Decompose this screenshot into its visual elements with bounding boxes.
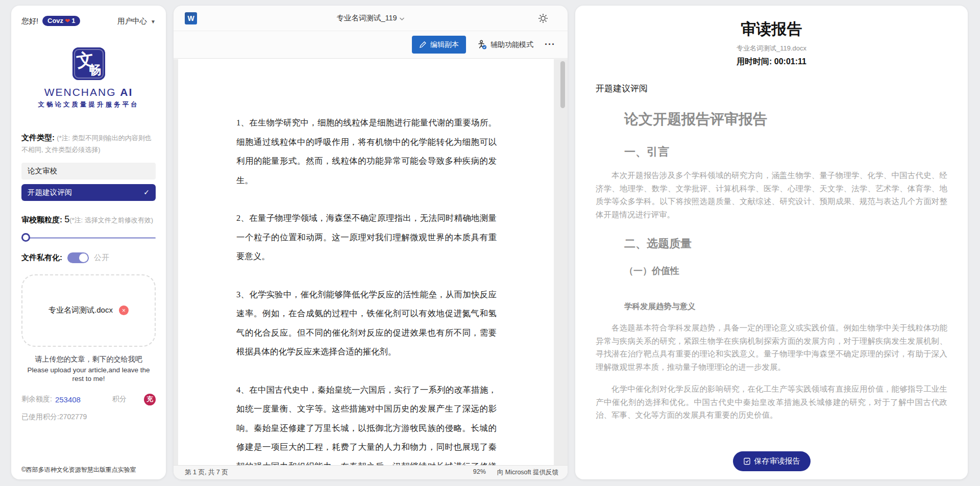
more-options-button[interactable]: ···	[545, 39, 555, 50]
copyright-footer: ©西部多语种文化资源智慧出版重点实验室	[21, 466, 136, 474]
file-type-option-label: 开题建议评阅	[28, 188, 72, 197]
file-dropzone[interactable]: 专业名词测试.docx ×	[21, 274, 156, 347]
document-paragraph: 1、在生物学研究中，细胞的线粒体是细胞进行能量代谢的重要场所。细胞通过线粒体中的…	[236, 113, 497, 190]
greeting-text: 您好!	[21, 16, 38, 26]
report-elapsed-time: 用时时间: 00:01:11	[575, 57, 968, 67]
used-points: 已使用积分:2702779	[21, 413, 156, 422]
privacy-state: 公开	[94, 253, 109, 263]
slider-track[interactable]	[21, 237, 156, 239]
file-type-option-label: 论文审校	[28, 166, 57, 176]
feedback-link[interactable]: 向 Microsoft 提供反馈	[497, 468, 558, 477]
save-icon	[743, 457, 751, 465]
zoom-level[interactable]: 92%	[473, 468, 486, 477]
document-paragraph: 4、在中国古代史中，秦始皇统一六国后，实行了一系列的改革措施，如统一度量衡、文字…	[236, 380, 497, 466]
points-label: 积分	[112, 395, 127, 404]
slider-thumb[interactable]	[21, 233, 30, 242]
brand-name-ai: AI	[120, 86, 133, 98]
report-heading: 学科发展趋势与意义	[624, 301, 947, 312]
brand-name: WENCHANG AI	[21, 86, 156, 98]
accessibility-icon	[477, 40, 487, 49]
accessibility-mode-button[interactable]: 辅助功能模式	[477, 40, 533, 49]
edit-copy-button[interactable]: 编辑副本	[412, 36, 466, 54]
username: Covz	[47, 17, 63, 24]
chevron-down-icon: ▼	[151, 19, 156, 24]
report-heading: 一、引言	[624, 144, 947, 160]
report-section-tab: 开题建议评阅	[596, 83, 968, 94]
report-title: 审读报告	[575, 19, 968, 40]
edit-copy-label: 编辑副本	[430, 40, 459, 49]
close-icon: ×	[122, 307, 126, 314]
report-body[interactable]: 论文开题报告评审报告一、引言本次开题报告涉及多个学科领域的研究方向，涵盖生物学、…	[596, 101, 947, 442]
viewer-statusbar: 第 1 页, 共 7 页 92% 向 Microsoft 提供反馈	[174, 465, 568, 479]
sidebar-panel: 您好! Covz ❤ 1 用户中心 ▼ 文 畅 WENCHANG AI 文畅论文…	[11, 6, 166, 479]
seal-char-bottom: 畅	[89, 62, 102, 78]
toggle-knob	[79, 253, 88, 262]
granularity-note: (*注: 选择文件之前修改有效)	[69, 216, 153, 224]
vertical-scrollbar[interactable]	[560, 61, 565, 108]
report-paragraph: 化学中催化剂对化学反应的影响研究，在化工生产等实践领域有直接应用价值，能够指导工…	[596, 382, 947, 422]
report-heading: （一）价值性	[624, 265, 947, 277]
file-type-option[interactable]: 开题建议评阅✓	[21, 184, 156, 201]
quota-label: 剩余额度:	[21, 395, 52, 404]
upload-hint-cn: 请上传您的文章，剩下的交给我吧	[21, 355, 156, 364]
file-type-label: 文件类型:	[21, 133, 55, 142]
remove-file-button[interactable]: ×	[119, 305, 129, 315]
pencil-icon	[419, 41, 427, 48]
user-center-label: 用户中心	[117, 17, 147, 25]
brand-seal-icon: 文 畅	[72, 47, 105, 80]
brand-logo: 文 畅 WENCHANG AI 文畅论文质量提升服务平台	[21, 47, 156, 109]
sidebar-header: 您好! Covz ❤ 1 用户中心 ▼	[21, 16, 156, 26]
document-title[interactable]: 专业名词测试_119	[174, 13, 568, 23]
report-paragraph: 各选题基本符合学科发展趋势，具备一定的理论意义或实践价值。例如生物学中关于线粒体…	[596, 321, 947, 373]
granularity-value: 5	[64, 214, 69, 224]
document-paragraph: 3、化学实验中，催化剂能够降低化学反应的活性能垒，从而加快反应速率。例如，在合成…	[236, 285, 497, 362]
heart-icon: ❤	[65, 17, 70, 24]
report-paragraph: 本次开题报告涉及多个学科领域的研究方向，涵盖生物学、量子物理学、化学、中国古代史…	[596, 169, 947, 221]
granularity-label: 审校颗粒度:	[21, 215, 62, 224]
accessibility-mode-label: 辅助功能模式	[491, 40, 533, 49]
chevron-down-icon	[399, 17, 405, 21]
document-title-text: 专业名词测试_119	[336, 14, 397, 22]
privacy-toggle[interactable]	[67, 252, 89, 263]
upload-hint-en: Please upload your article,and leave the…	[21, 366, 156, 383]
quota-row: 剩余额度: 253408 积分 充	[21, 394, 156, 405]
heart-count: 1	[71, 17, 75, 24]
file-type-section: 文件类型: (*注: 类型不同则输出的内容则也不相同, 文件类型必须选择)	[21, 132, 156, 156]
viewer-toolbar: 编辑副本 辅助功能模式 ···	[174, 31, 568, 59]
file-type-option[interactable]: 论文审校	[21, 163, 156, 180]
user-center-menu[interactable]: 用户中心 ▼	[117, 16, 156, 26]
file-type-tabs: 论文审校开题建议评阅✓	[21, 163, 156, 201]
brand-subtitle: 文畅论文质量提升服务平台	[21, 100, 156, 109]
recharge-button[interactable]: 充	[144, 394, 156, 405]
quota-value: 253408	[55, 395, 81, 404]
granularity-section: 审校颗粒度: 5(*注: 选择文件之前修改有效)	[21, 214, 156, 225]
document-viewer-panel: W 专业名词测试_119 编辑副本	[174, 6, 568, 479]
document-page[interactable]: 1、在生物学研究中，细胞的线粒体是细胞进行能量代谢的重要场所。细胞通过线粒体中的…	[178, 59, 554, 465]
privacy-label: 文件私有化:	[21, 253, 62, 263]
report-filename: 专业名词测试_119.docx	[575, 44, 968, 53]
check-icon: ✓	[143, 188, 150, 196]
report-panel: 审读报告 专业名词测试_119.docx 用时时间: 00:01:11 开题建议…	[575, 6, 968, 479]
report-heading: 二、选题质量	[624, 236, 947, 251]
user-badge[interactable]: Covz ❤ 1	[42, 16, 80, 26]
report-heading: 论文开题报告评审报告	[624, 110, 947, 129]
document-paragraph: 2、在量子物理学领域，海森堡不确定原理指出，无法同时精确地测量一个粒子的位置和动…	[236, 209, 497, 266]
upload-hints: 请上传您的文章，剩下的交给我吧 Please upload your artic…	[21, 355, 156, 383]
brand-name-text: WENCHANG	[44, 86, 120, 98]
viewer-titlebar: W 专业名词测试_119	[174, 6, 568, 31]
report-header: 审读报告 专业名词测试_119.docx 用时时间: 00:01:11	[575, 6, 968, 67]
granularity-slider[interactable]	[21, 233, 156, 242]
save-report-label: 保存审读报告	[754, 456, 800, 466]
page-status: 第 1 页, 共 7 页	[185, 468, 228, 477]
save-report-button[interactable]: 保存审读报告	[733, 451, 811, 471]
uploaded-file-name: 专业名词测试.docx	[48, 305, 113, 315]
document-viewport: 1、在生物学研究中，细胞的线粒体是细胞进行能量代谢的重要场所。细胞通过线粒体中的…	[174, 59, 568, 465]
privacy-row: 文件私有化: 公开	[21, 252, 156, 263]
